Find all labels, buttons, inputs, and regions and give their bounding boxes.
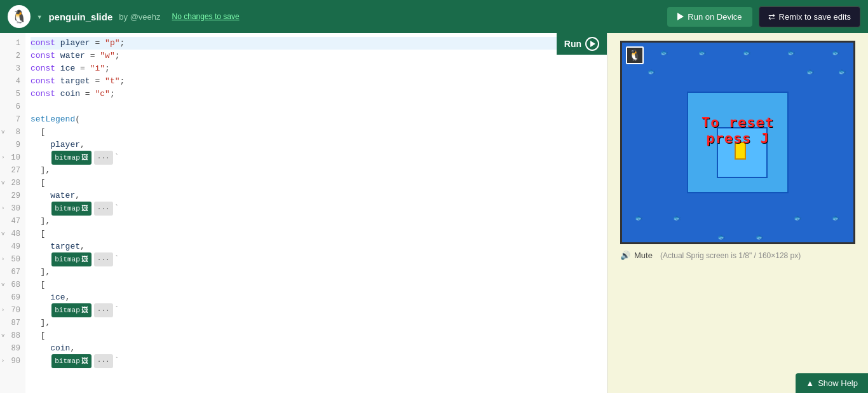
line-num-50: ›50 <box>0 253 25 266</box>
bitmap-badge-coin[interactable]: bitmap 🖼 <box>51 354 92 368</box>
line-num-28: v28 <box>0 177 25 190</box>
mute-button[interactable]: 🔊 Mute <box>620 251 653 260</box>
code-line-9: player, <box>31 139 602 151</box>
line-num-30: ›30 <box>0 202 25 215</box>
remix-icon: ⇄ <box>768 12 775 22</box>
line-num-7: 7 <box>0 113 25 126</box>
code-line-89: coin, <box>31 342 602 355</box>
code-line-4: const target = "t"; <box>31 75 602 88</box>
main-content: Run 1 2 3 4 5 6 7 v8 9 ›10 27 v28 29 ›30 <box>0 33 868 393</box>
sprite-1: 🐟 <box>660 49 668 57</box>
run-play-icon <box>585 37 599 51</box>
line-num-10: ›10 <box>0 151 25 164</box>
project-author: by @veehz <box>119 12 160 22</box>
code-line-28: [ <box>31 177 602 190</box>
run-on-device-button[interactable]: Run on Device <box>667 7 752 27</box>
code-line-88: [ <box>31 329 602 342</box>
run-label: Run <box>564 39 581 49</box>
line-num-3: 3 <box>0 62 25 75</box>
line-num-69: 69 <box>0 291 25 304</box>
line-num-48: v48 <box>0 228 25 240</box>
remix-button[interactable]: ⇄ Remix to save edits <box>759 6 860 27</box>
line-num-5: 5 <box>0 88 25 100</box>
remix-label: Remix to save edits <box>779 12 851 22</box>
bitmap-badge-ice[interactable]: bitmap 🖼 <box>51 303 92 317</box>
sprite-12: 🐟 <box>832 214 839 222</box>
code-line-30: bitmap 🖼···` <box>31 202 602 215</box>
sprite-14: 🐟 <box>756 233 763 241</box>
bitmap-badge-player[interactable]: bitmap 🖼 <box>51 151 92 165</box>
code-line-87: ], <box>31 317 602 329</box>
dots-coin[interactable]: ··· <box>94 354 113 368</box>
dots-ice[interactable]: ··· <box>94 303 113 317</box>
run-device-label: Run on Device <box>688 12 742 22</box>
code-line-27: ], <box>31 164 602 177</box>
sprite-13: 🐟 <box>717 233 725 241</box>
reset-line2: press J <box>702 130 774 146</box>
preview-controls: 🔊 Mute (Actual Sprig screen is 1/8" / 16… <box>620 251 855 260</box>
project-name: penguin_slide <box>48 11 112 22</box>
sprite-9: 🐟 <box>635 214 642 222</box>
line-num-4: 4 <box>0 75 25 88</box>
bitmap-badge-water[interactable]: bitmap 🖼 <box>51 202 92 216</box>
code-line-90: bitmap 🖼···` <box>31 355 602 368</box>
dots-water[interactable]: ··· <box>94 202 113 216</box>
sprite-8: 🐟 <box>838 68 846 76</box>
line-num-88: v88 <box>0 329 25 342</box>
code-line-69: ice, <box>31 291 602 304</box>
bitmap-badge-target[interactable]: bitmap 🖼 <box>51 252 92 266</box>
sprite-5: 🐟 <box>832 49 839 57</box>
help-label: Show Help <box>818 378 858 388</box>
play-icon <box>677 13 684 20</box>
dots-player[interactable]: ··· <box>94 151 113 165</box>
sprite-10: 🐟 <box>673 214 681 222</box>
sprite-11: 🐟 <box>794 214 801 222</box>
line-num-1: 1 <box>0 37 25 50</box>
code-line-7: setLegend( <box>31 113 602 126</box>
code-line-48: [ <box>31 228 602 240</box>
line-num-8: v8 <box>0 126 25 139</box>
show-help-button[interactable]: ▲ Show Help <box>796 373 868 393</box>
help-arrow-icon: ▲ <box>806 378 814 388</box>
line-num-87: 87 <box>0 317 25 329</box>
code-line-68: [ <box>31 279 602 291</box>
code-line-70: bitmap 🖼···` <box>31 304 602 317</box>
logo-emoji: 🐧 <box>11 9 27 25</box>
code-line-47: ], <box>31 215 602 228</box>
line-num-29: 29 <box>0 190 25 202</box>
code-line-5: const coin = "c"; <box>31 88 602 100</box>
logo: 🐧 <box>8 5 31 28</box>
volume-icon: 🔊 <box>620 251 630 260</box>
line-num-67: 67 <box>0 266 25 279</box>
sprite-6: 🐟 <box>648 68 655 76</box>
sprite-4: 🐟 <box>787 49 795 57</box>
save-status[interactable]: No changes to save <box>172 12 240 21</box>
line-num-49: 49 <box>0 240 25 253</box>
reset-text: To reset press J <box>702 114 774 146</box>
code-content[interactable]: const player = "p"; const water = "w"; c… <box>25 33 607 393</box>
code-line-8: [ <box>31 126 602 139</box>
line-num-70: ›70 <box>0 304 25 317</box>
code-line-6 <box>31 100 602 113</box>
sprite-3: 🐟 <box>743 49 750 57</box>
code-line-10: bitmap 🖼···` <box>31 151 602 164</box>
code-area[interactable]: 1 2 3 4 5 6 7 v8 9 ›10 27 v28 29 ›30 47 … <box>0 33 607 393</box>
sprite-7: 🐟 <box>806 68 814 76</box>
line-num-89: 89 <box>0 342 25 355</box>
line-num-27: 27 <box>0 164 25 177</box>
code-line-1: const player = "p"; <box>31 37 602 50</box>
run-button[interactable]: Run <box>564 37 599 51</box>
line-num-9: 9 <box>0 139 25 151</box>
game-preview: 🐧 🐟 🐟 🐟 🐟 🐟 🐟 🐟 🐟 🐟 🐟 🐟 🐟 🐟 🐟 <box>620 41 855 244</box>
code-line-2: const water = "w"; <box>31 50 602 62</box>
dots-target[interactable]: ··· <box>94 252 113 266</box>
screen-info: (Actual Sprig screen is 1/8" / 160×128 p… <box>660 251 801 260</box>
mute-label: Mute <box>634 251 653 260</box>
sprite-2: 🐟 <box>698 49 706 57</box>
line-num-90: ›90 <box>0 355 25 368</box>
game-canvas: 🐧 🐟 🐟 🐟 🐟 🐟 🐟 🐟 🐟 🐟 🐟 🐟 🐟 🐟 🐟 <box>622 43 853 242</box>
project-menu-chevron[interactable]: ▾ <box>37 11 42 22</box>
code-line-3: const ice = "i"; <box>31 62 602 75</box>
line-num-2: 2 <box>0 50 25 62</box>
code-line-49: target, <box>31 240 602 253</box>
